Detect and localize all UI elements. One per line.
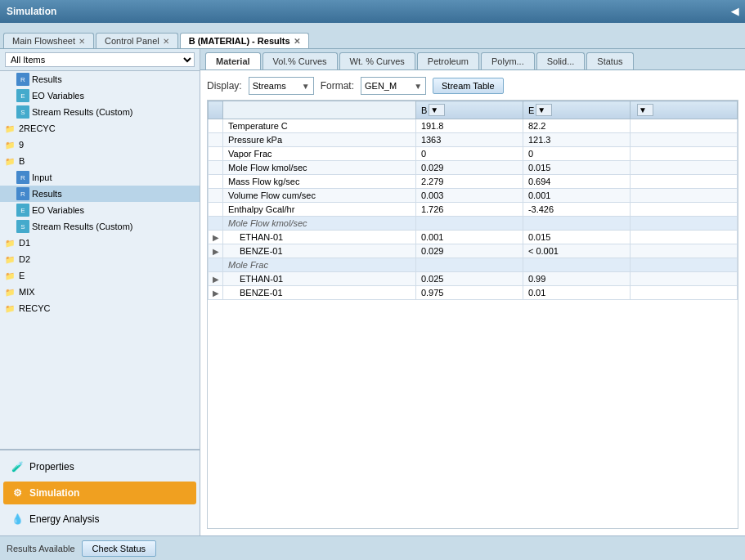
sidebar-tree-item-2[interactable]: SStream Results (Custom)	[0, 104, 200, 120]
flask-icon: 🧪	[10, 459, 25, 474]
nav-properties[interactable]: 🧪 Properties	[3, 455, 196, 478]
nav-simulation[interactable]: ⚙ Simulation	[3, 482, 196, 504]
expand-arrow-12[interactable]: ▶	[213, 289, 219, 298]
row-e-12: 0.01	[523, 286, 630, 300]
row-e-6: -3.426	[523, 203, 630, 217]
folder-icon-4: 📁	[3, 138, 16, 151]
row-e-0: 82.2	[523, 119, 630, 133]
sidebar-tree-item-4[interactable]: 📁9	[0, 137, 200, 153]
sidebar-tree-item-8[interactable]: EEO Variables	[0, 202, 200, 218]
check-status-button[interactable]: Check Status	[82, 540, 156, 557]
row-e-11: 0.99	[523, 272, 630, 286]
row-b-8: 0.001	[415, 231, 523, 244]
sidebar-tree-item-0[interactable]: RResults	[0, 71, 200, 87]
tree-item-label-11: D2	[19, 254, 30, 264]
sidebar-tree-item-12[interactable]: 📁E	[0, 267, 200, 284]
row-extra-4	[630, 175, 737, 189]
row-name-1: Pressure kPa	[223, 133, 416, 147]
row-e-3: 0.015	[523, 161, 630, 175]
row-name-4: Mass Flow kg/sec	[223, 175, 416, 189]
content-area: MaterialVol.% CurvesWt. % CurvesPetroleu…	[200, 49, 745, 535]
expand-arrow-11[interactable]: ▶	[213, 275, 219, 284]
content-tab-1[interactable]: Vol.% Curves	[263, 52, 338, 69]
row-extra-12	[630, 286, 737, 300]
row-b-12: 0.975	[415, 286, 523, 300]
row-expand-3	[209, 161, 223, 175]
row-extra-10	[630, 258, 737, 272]
sidebar-tree-item-7[interactable]: RResults	[0, 186, 200, 202]
content-tab-4[interactable]: Polym...	[481, 52, 535, 69]
row-expand-5	[209, 189, 223, 203]
row-b-9: 0.029	[415, 244, 523, 258]
row-expand-1	[209, 133, 223, 147]
display-dropdown-arrow: ▼	[302, 82, 310, 91]
sidebar-filter-dropdown[interactable]: All Items	[0, 49, 200, 71]
folder-icon-11: 📁	[3, 253, 16, 266]
collapse-sidebar-icon[interactable]: ◀	[731, 6, 738, 17]
format-select[interactable]: GEN_M ▼	[361, 77, 426, 95]
content-tab-3[interactable]: Petroleum	[417, 52, 479, 69]
row-expand-6	[209, 203, 223, 217]
sidebar-tree-item-10[interactable]: 📁D1	[0, 235, 200, 251]
table-row-6: Enthalpy Gcal/hr1.726-3.426	[209, 203, 738, 217]
expand-arrow-9[interactable]: ▶	[213, 247, 219, 256]
col-b-dropdown[interactable]: ▼	[429, 104, 445, 116]
close-tab-b-material[interactable]: ✕	[294, 37, 300, 46]
main-tab-bar: Main Flowsheet ✕ Control Panel ✕ B (MATE…	[0, 23, 745, 49]
content-tab-0[interactable]: Material	[205, 52, 261, 69]
row-e-8: 0.015	[523, 231, 630, 244]
sidebar-tree-item-11[interactable]: 📁D2	[0, 251, 200, 267]
col-empty-dropdown[interactable]: ▼	[637, 104, 653, 116]
row-expand-11[interactable]: ▶	[209, 272, 223, 286]
eo-icon-1: E	[16, 89, 29, 102]
row-name-0: Temperature C	[223, 119, 416, 133]
table-row-1: Pressure kPa1363121.3	[209, 133, 738, 147]
col-e-dropdown[interactable]: ▼	[536, 104, 552, 116]
eo-icon-8: E	[16, 204, 29, 217]
folder-icon-14: 📁	[3, 302, 16, 315]
table-row-2: Vapor Frac00	[209, 147, 738, 161]
row-expand-7	[209, 217, 223, 231]
sidebar-tree-item-14[interactable]: 📁RECYC	[0, 300, 200, 316]
table-row-5: Volume Flow cum/sec0.0030.001	[209, 189, 738, 203]
display-select[interactable]: Streams ▼	[249, 77, 314, 95]
tab-b-material[interactable]: B (MATERIAL) - Results ✕	[180, 33, 309, 48]
folder-icon-5: 📁	[3, 155, 16, 168]
results-icon-6: R	[16, 171, 29, 184]
row-extra-2	[630, 147, 737, 161]
expand-arrow-8[interactable]: ▶	[213, 233, 219, 242]
status-text: Results Available	[7, 544, 75, 553]
display-label: Display:	[207, 80, 242, 92]
content-tab-6[interactable]: Status	[586, 52, 633, 69]
stream-table-button[interactable]: Stream Table	[433, 78, 504, 94]
sidebar-tree-item-9[interactable]: SStream Results (Custom)	[0, 218, 200, 235]
tab-control-panel[interactable]: Control Panel ✕	[96, 33, 178, 48]
row-expand-9[interactable]: ▶	[209, 244, 223, 258]
nav-energy[interactable]: 💧 Energy Analysis	[3, 508, 196, 531]
sidebar-tree-item-5[interactable]: 📁B	[0, 153, 200, 169]
row-name-7: Mole Flow kmol/sec	[223, 217, 416, 231]
row-e-4: 0.694	[523, 175, 630, 189]
content-tab-2[interactable]: Wt. % Curves	[339, 52, 415, 69]
table-row-4: Mass Flow kg/sec2.2790.694	[209, 175, 738, 189]
row-name-10: Mole Frac	[223, 258, 416, 272]
tab-main-flowsheet[interactable]: Main Flowsheet ✕	[3, 33, 94, 48]
table-row-10: Mole Frac	[209, 258, 738, 272]
all-items-select[interactable]: All Items	[5, 52, 195, 67]
drop-icon: 💧	[10, 512, 25, 526]
row-name-5: Volume Flow cum/sec	[223, 189, 416, 203]
row-expand-12[interactable]: ▶	[209, 286, 223, 300]
content-tab-5[interactable]: Solid...	[536, 52, 586, 69]
sidebar-tree-item-3[interactable]: 📁2RECYC	[0, 120, 200, 137]
close-tab-main[interactable]: ✕	[79, 37, 85, 46]
row-extra-8	[630, 231, 737, 244]
close-tab-control[interactable]: ✕	[163, 37, 169, 46]
sidebar-tree-item-6[interactable]: RInput	[0, 169, 200, 186]
th-col-e: E ▼	[523, 101, 630, 119]
sidebar-tree-item-13[interactable]: 📁MIX	[0, 284, 200, 300]
row-b-4: 2.279	[415, 175, 523, 189]
th-col-b: B ▼	[415, 101, 523, 119]
row-expand-8[interactable]: ▶	[209, 231, 223, 244]
sidebar-tree-item-1[interactable]: EEO Variables	[0, 87, 200, 104]
folder-icon-3: 📁	[3, 122, 16, 135]
